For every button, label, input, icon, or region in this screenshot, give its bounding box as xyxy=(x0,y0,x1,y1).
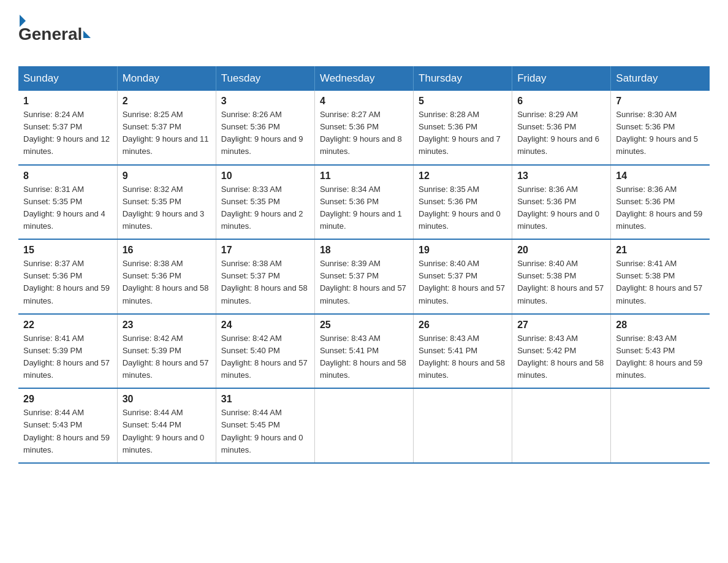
weekday-header-sunday: Sunday xyxy=(18,66,117,91)
day-number: 30 xyxy=(123,394,211,405)
calendar-cell: 6 Sunrise: 8:29 AMSunset: 5:36 PMDayligh… xyxy=(512,91,611,165)
calendar-cell: 23 Sunrise: 8:42 AMSunset: 5:39 PMDaylig… xyxy=(117,314,216,389)
day-info: Sunrise: 8:43 AMSunset: 5:41 PMDaylight:… xyxy=(419,334,505,380)
calendar-header-row: SundayMondayTuesdayWednesdayThursdayFrid… xyxy=(18,66,710,91)
calendar-cell: 13 Sunrise: 8:36 AMSunset: 5:36 PMDaylig… xyxy=(512,165,611,240)
day-number: 18 xyxy=(320,245,408,256)
day-number: 9 xyxy=(123,170,211,182)
calendar-cell: 31 Sunrise: 8:44 AMSunset: 5:45 PMDaylig… xyxy=(216,388,314,463)
calendar-week-row: 1 Sunrise: 8:24 AMSunset: 5:37 PMDayligh… xyxy=(18,91,710,165)
day-info: Sunrise: 8:43 AMSunset: 5:42 PMDaylight:… xyxy=(517,334,604,380)
day-number: 27 xyxy=(517,320,605,331)
day-number: 19 xyxy=(419,245,507,256)
day-info: Sunrise: 8:25 AMSunset: 5:37 PMDaylight:… xyxy=(123,110,209,156)
day-number: 11 xyxy=(320,170,408,182)
calendar-cell xyxy=(512,388,611,463)
logo-general-text2: General xyxy=(18,25,82,44)
weekday-header-saturday: Saturday xyxy=(611,66,710,91)
day-info: Sunrise: 8:36 AMSunset: 5:36 PMDaylight:… xyxy=(616,185,702,231)
day-info: Sunrise: 8:38 AMSunset: 5:36 PMDaylight:… xyxy=(123,259,209,305)
calendar-cell: 22 Sunrise: 8:41 AMSunset: 5:39 PMDaylig… xyxy=(18,314,117,389)
calendar-week-row: 29 Sunrise: 8:44 AMSunset: 5:43 PMDaylig… xyxy=(18,388,710,463)
day-number: 15 xyxy=(23,245,112,256)
calendar-cell: 30 Sunrise: 8:44 AMSunset: 5:44 PMDaylig… xyxy=(117,388,216,463)
day-number: 16 xyxy=(123,245,211,256)
calendar-cell: 16 Sunrise: 8:38 AMSunset: 5:36 PMDaylig… xyxy=(117,239,216,314)
day-info: Sunrise: 8:29 AMSunset: 5:36 PMDaylight:… xyxy=(517,110,599,156)
day-number: 12 xyxy=(419,170,507,182)
day-number: 22 xyxy=(23,320,112,331)
day-info: Sunrise: 8:36 AMSunset: 5:36 PMDaylight:… xyxy=(517,185,599,231)
day-number: 5 xyxy=(419,96,507,107)
calendar-cell: 24 Sunrise: 8:42 AMSunset: 5:40 PMDaylig… xyxy=(216,314,314,389)
weekday-header-thursday: Thursday xyxy=(414,66,512,91)
calendar-cell: 4 Sunrise: 8:27 AMSunset: 5:36 PMDayligh… xyxy=(314,91,413,165)
calendar-cell: 18 Sunrise: 8:39 AMSunset: 5:37 PMDaylig… xyxy=(314,239,413,314)
calendar-week-row: 22 Sunrise: 8:41 AMSunset: 5:39 PMDaylig… xyxy=(18,314,710,389)
calendar-cell: 9 Sunrise: 8:32 AMSunset: 5:35 PMDayligh… xyxy=(117,165,216,240)
calendar-cell xyxy=(611,388,710,463)
logo-arrow-icon xyxy=(83,31,91,38)
calendar-table: SundayMondayTuesdayWednesdayThursdayFrid… xyxy=(18,66,710,464)
calendar-week-row: 15 Sunrise: 8:37 AMSunset: 5:36 PMDaylig… xyxy=(18,239,710,314)
day-number: 10 xyxy=(221,170,309,182)
day-number: 1 xyxy=(23,96,112,107)
weekday-header-tuesday: Tuesday xyxy=(216,66,314,91)
day-info: Sunrise: 8:24 AMSunset: 5:37 PMDaylight:… xyxy=(23,110,110,156)
calendar-cell: 2 Sunrise: 8:25 AMSunset: 5:37 PMDayligh… xyxy=(117,91,216,165)
day-info: Sunrise: 8:41 AMSunset: 5:39 PMDaylight:… xyxy=(23,334,110,380)
calendar-cell: 28 Sunrise: 8:43 AMSunset: 5:43 PMDaylig… xyxy=(611,314,710,389)
day-number: 23 xyxy=(123,320,211,331)
day-number: 28 xyxy=(616,320,705,331)
calendar-cell: 20 Sunrise: 8:40 AMSunset: 5:38 PMDaylig… xyxy=(512,239,611,314)
day-number: 7 xyxy=(616,96,705,107)
day-number: 3 xyxy=(221,96,309,107)
day-number: 6 xyxy=(517,96,605,107)
day-number: 26 xyxy=(419,320,507,331)
day-info: Sunrise: 8:41 AMSunset: 5:38 PMDaylight:… xyxy=(616,259,702,305)
calendar-cell: 8 Sunrise: 8:31 AMSunset: 5:35 PMDayligh… xyxy=(18,165,117,240)
calendar-cell: 21 Sunrise: 8:41 AMSunset: 5:38 PMDaylig… xyxy=(611,239,710,314)
day-info: Sunrise: 8:34 AMSunset: 5:36 PMDaylight:… xyxy=(320,185,402,231)
day-info: Sunrise: 8:37 AMSunset: 5:36 PMDaylight:… xyxy=(23,259,110,305)
day-info: Sunrise: 8:40 AMSunset: 5:37 PMDaylight:… xyxy=(419,259,505,305)
weekday-header-friday: Friday xyxy=(512,66,611,91)
day-number: 17 xyxy=(221,245,309,256)
day-info: Sunrise: 8:43 AMSunset: 5:41 PMDaylight:… xyxy=(320,334,406,380)
calendar-cell: 15 Sunrise: 8:37 AMSunset: 5:36 PMDaylig… xyxy=(18,239,117,314)
calendar-cell: 3 Sunrise: 8:26 AMSunset: 5:36 PMDayligh… xyxy=(216,91,314,165)
calendar-cell: 17 Sunrise: 8:38 AMSunset: 5:37 PMDaylig… xyxy=(216,239,314,314)
day-info: Sunrise: 8:33 AMSunset: 5:35 PMDaylight:… xyxy=(221,185,303,231)
day-number: 8 xyxy=(23,170,112,182)
calendar-cell: 11 Sunrise: 8:34 AMSunset: 5:36 PMDaylig… xyxy=(314,165,413,240)
day-number: 21 xyxy=(616,245,705,256)
calendar-cell: 1 Sunrise: 8:24 AMSunset: 5:37 PMDayligh… xyxy=(18,91,117,165)
day-number: 20 xyxy=(517,245,605,256)
calendar-cell xyxy=(414,388,512,463)
day-info: Sunrise: 8:27 AMSunset: 5:36 PMDaylight:… xyxy=(320,110,402,156)
day-info: Sunrise: 8:43 AMSunset: 5:43 PMDaylight:… xyxy=(616,334,702,380)
weekday-header-monday: Monday xyxy=(117,66,216,91)
day-number: 31 xyxy=(221,394,309,405)
day-info: Sunrise: 8:32 AMSunset: 5:35 PMDaylight:… xyxy=(123,185,205,231)
calendar-cell: 26 Sunrise: 8:43 AMSunset: 5:41 PMDaylig… xyxy=(414,314,512,389)
day-number: 29 xyxy=(23,394,112,405)
day-number: 24 xyxy=(221,320,309,331)
weekday-header-wednesday: Wednesday xyxy=(314,66,413,91)
calendar-cell: 10 Sunrise: 8:33 AMSunset: 5:35 PMDaylig… xyxy=(216,165,314,240)
calendar-cell: 27 Sunrise: 8:43 AMSunset: 5:42 PMDaylig… xyxy=(512,314,611,389)
day-info: Sunrise: 8:42 AMSunset: 5:40 PMDaylight:… xyxy=(221,334,308,380)
page-header: General xyxy=(18,12,710,55)
day-info: Sunrise: 8:44 AMSunset: 5:43 PMDaylight:… xyxy=(23,408,110,454)
logo: General xyxy=(18,12,92,55)
calendar-cell: 7 Sunrise: 8:30 AMSunset: 5:36 PMDayligh… xyxy=(611,91,710,165)
day-number: 13 xyxy=(517,170,605,182)
day-info: Sunrise: 8:31 AMSunset: 5:35 PMDaylight:… xyxy=(23,185,105,231)
day-info: Sunrise: 8:44 AMSunset: 5:45 PMDaylight:… xyxy=(221,408,303,454)
day-number: 4 xyxy=(320,96,408,107)
calendar-cell: 29 Sunrise: 8:44 AMSunset: 5:43 PMDaylig… xyxy=(18,388,117,463)
day-number: 2 xyxy=(123,96,211,107)
day-number: 25 xyxy=(320,320,408,331)
calendar-cell: 12 Sunrise: 8:35 AMSunset: 5:36 PMDaylig… xyxy=(414,165,512,240)
day-info: Sunrise: 8:40 AMSunset: 5:38 PMDaylight:… xyxy=(517,259,604,305)
